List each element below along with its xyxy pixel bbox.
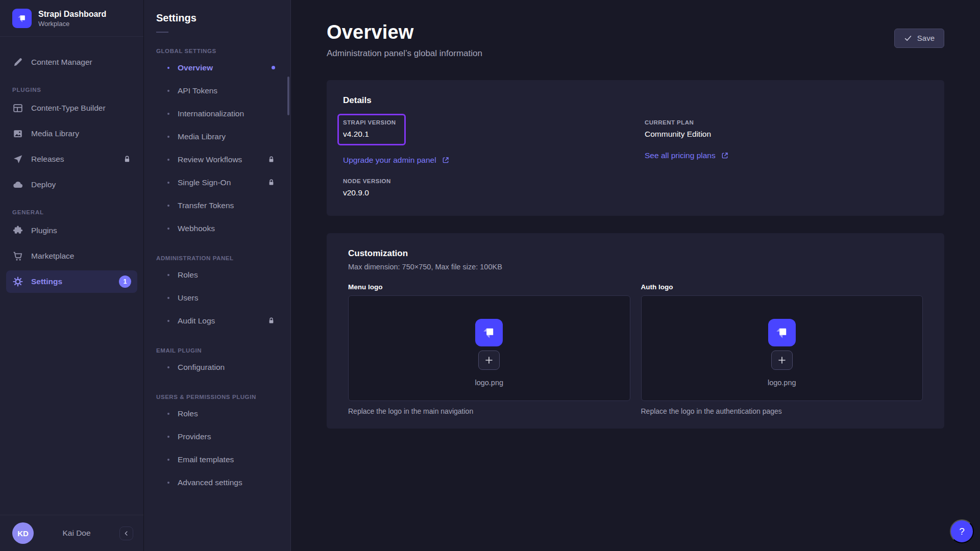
nav-item-media-library[interactable]: Media Library xyxy=(6,122,137,145)
subnav-item-internationalization[interactable]: Internationalization xyxy=(156,102,278,125)
subnav-item-users[interactable]: Users xyxy=(156,286,278,309)
subnav-item-roles-admin[interactable]: Roles xyxy=(156,263,278,286)
pen-icon xyxy=(12,57,23,68)
nav-item-label: Deploy xyxy=(31,180,56,189)
customization-subtitle: Max dimension: 750×750, Max file size: 1… xyxy=(348,263,923,271)
subnav-section-users-permissions-plugin: USERS & PERMISSIONS PLUGIN xyxy=(156,394,278,400)
divider xyxy=(156,32,168,33)
menu-logo-caption: Replace the logo in the main navigation xyxy=(348,407,630,415)
pricing-plans-link[interactable]: See all pricing plans xyxy=(645,151,729,160)
puzzle-icon xyxy=(12,225,23,236)
bullet-icon xyxy=(167,436,169,438)
subnav-item-label: Single Sign-On xyxy=(178,178,231,187)
gear-icon xyxy=(12,276,23,287)
subnav-section-global-settings: GLOBAL SETTINGS xyxy=(156,48,278,54)
nav-item-label: Content Manager xyxy=(31,58,92,67)
nav-item-releases[interactable]: Releases xyxy=(6,148,137,170)
subnav-item-media-library[interactable]: Media Library xyxy=(156,125,278,148)
avatar[interactable]: KD xyxy=(12,522,34,544)
subnav-item-roles-up[interactable]: Roles xyxy=(156,402,278,425)
bullet-icon xyxy=(167,413,169,415)
subnav-item-label: Roles xyxy=(178,409,198,418)
upgrade-admin-panel-link[interactable]: Upgrade your admin panel xyxy=(343,156,450,165)
subnav-item-api-tokens[interactable]: API Tokens xyxy=(156,79,278,102)
nav-item-label: Content-Type Builder xyxy=(31,104,106,113)
paper-plane-icon xyxy=(12,154,23,165)
nav-item-label: Releases xyxy=(31,155,64,164)
help-button[interactable]: ? xyxy=(950,519,974,543)
save-button[interactable]: Save xyxy=(894,29,944,48)
lock-icon xyxy=(267,179,275,186)
nav-item-plugins[interactable]: Plugins xyxy=(6,219,137,242)
subnav-item-configuration[interactable]: Configuration xyxy=(156,356,278,379)
subnav-item-overview[interactable]: Overview xyxy=(156,56,278,79)
bullet-icon xyxy=(167,182,169,184)
nav-item-content-manager[interactable]: Content Manager xyxy=(6,51,137,73)
details-card: Details STRAPI VERSION v4.20.1 Upgrade y… xyxy=(327,80,944,216)
subnav-section-administration-panel: ADMINISTRATION PANEL xyxy=(156,255,278,261)
subnav-item-advanced-settings[interactable]: Advanced settings xyxy=(156,471,278,494)
subnav-item-transfer-tokens[interactable]: Transfer Tokens xyxy=(156,194,278,217)
subnav-item-label: Webhooks xyxy=(178,224,215,233)
subnav-item-audit-logs[interactable]: Audit Logs xyxy=(156,309,278,332)
subnav-item-label: API Tokens xyxy=(178,86,217,95)
nav-section-plugins: PLUGINS xyxy=(6,87,137,93)
menu-logo-upload-box[interactable]: logo.png xyxy=(348,295,630,401)
bullet-icon xyxy=(167,366,169,368)
cart-icon xyxy=(12,251,23,262)
node-version-field: NODE VERSION v20.9.0 xyxy=(343,178,626,197)
add-logo-button[interactable] xyxy=(771,350,793,370)
menu-logo-field: Menu logo logo.png xyxy=(348,283,630,415)
nav-item-settings[interactable]: Settings 1 xyxy=(6,270,137,293)
subnav-scrollbar[interactable] xyxy=(287,77,289,115)
bullet-icon xyxy=(167,90,169,92)
auth-logo-upload-box[interactable]: logo.png xyxy=(641,295,923,401)
current-plan-label: CURRENT PLAN xyxy=(645,119,928,126)
subnav-item-providers[interactable]: Providers xyxy=(156,425,278,448)
bullet-icon xyxy=(167,205,169,207)
menu-logo-label: Menu logo xyxy=(348,283,630,291)
auth-logo-field: Auth logo logo.png xyxy=(641,283,923,415)
nav-item-content-type-builder[interactable]: Content-Type Builder xyxy=(6,97,137,119)
image-icon xyxy=(12,128,23,139)
user-name: Kai Doe xyxy=(34,529,119,538)
subnav-section-email-plugin: EMAIL PLUGIN xyxy=(156,347,278,354)
subnav-item-label: Configuration xyxy=(178,363,225,372)
main-nav-list: Content Manager PLUGINS Content-Type Bui… xyxy=(0,36,143,515)
subnav-item-label: Providers xyxy=(178,432,211,441)
subnav-item-label: Users xyxy=(178,293,198,303)
plus-icon xyxy=(484,356,494,365)
subnav-item-single-sign-on[interactable]: Single Sign-On xyxy=(156,171,278,194)
subnav-item-webhooks[interactable]: Webhooks xyxy=(156,217,278,240)
bullet-icon xyxy=(167,113,169,115)
add-logo-button[interactable] xyxy=(478,350,500,370)
settings-subnav: Settings GLOBAL SETTINGS Overview API To… xyxy=(144,0,291,551)
nav-item-deploy[interactable]: Deploy xyxy=(6,173,137,196)
subnav-item-label: Overview xyxy=(178,63,213,72)
subnav-item-review-workflows[interactable]: Review Workflows xyxy=(156,148,278,171)
collapse-sidebar-button[interactable] xyxy=(119,527,133,540)
workspace-switcher[interactable]: Strapi Dashboard Workplace xyxy=(0,0,143,36)
bullet-icon xyxy=(167,159,169,161)
layout-icon xyxy=(12,103,23,114)
bullet-icon xyxy=(167,136,169,138)
nav-item-label: Media Library xyxy=(31,129,79,138)
menu-logo-file-name: logo.png xyxy=(475,379,503,387)
bullet-icon xyxy=(167,297,169,299)
nav-item-marketplace[interactable]: Marketplace xyxy=(6,245,137,267)
bullet-icon xyxy=(167,459,169,461)
page-title: Overview xyxy=(327,21,482,43)
save-button-label: Save xyxy=(917,34,935,42)
check-icon xyxy=(904,34,912,42)
workspace-title: Strapi Dashboard xyxy=(38,9,106,19)
strapi-logo-icon xyxy=(12,9,32,28)
current-plan-value: Community Edition xyxy=(645,130,928,139)
subnav-item-email-templates[interactable]: Email templates xyxy=(156,448,278,471)
page-header: Overview Administration panel’s global i… xyxy=(327,0,944,59)
strapi-version-value: v4.20.1 xyxy=(343,130,396,139)
bullet-icon xyxy=(167,482,169,484)
subnav-item-label: Internationalization xyxy=(178,109,244,118)
page-subtitle: Administration panel’s global informatio… xyxy=(327,48,482,59)
bullet-icon xyxy=(167,274,169,276)
customization-card: Customization Max dimension: 750×750, Ma… xyxy=(327,233,944,429)
